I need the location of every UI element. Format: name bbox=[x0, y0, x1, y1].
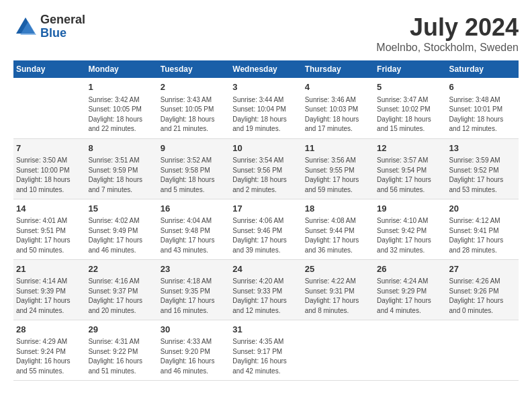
weekday-header-thursday: Thursday bbox=[302, 60, 374, 78]
day-number: 24 bbox=[232, 263, 299, 276]
day-info: Sunrise: 3:52 AM Sunset: 9:58 PM Dayligh… bbox=[161, 156, 227, 195]
day-info: Sunrise: 3:56 AM Sunset: 9:55 PM Dayligh… bbox=[305, 156, 371, 195]
day-number: 26 bbox=[377, 263, 443, 276]
day-number: 18 bbox=[305, 202, 371, 216]
day-info: Sunrise: 4:02 AM Sunset: 9:49 PM Dayligh… bbox=[88, 216, 154, 255]
calendar-cell: 25Sunrise: 4:22 AM Sunset: 9:31 PM Dayli… bbox=[302, 259, 374, 320]
logo: General Blue bbox=[13, 13, 85, 40]
calendar-table: SundayMondayTuesdayWednesdayThursdayFrid… bbox=[13, 60, 519, 381]
day-number: 27 bbox=[449, 263, 516, 276]
day-number: 3 bbox=[232, 81, 299, 94]
day-info: Sunrise: 3:46 AM Sunset: 10:03 PM Daylig… bbox=[305, 95, 371, 134]
week-row-2: 7Sunrise: 3:50 AM Sunset: 10:00 PM Dayli… bbox=[13, 138, 519, 199]
day-info: Sunrise: 4:06 AM Sunset: 9:46 PM Dayligh… bbox=[232, 216, 299, 255]
day-info: Sunrise: 3:43 AM Sunset: 10:05 PM Daylig… bbox=[161, 95, 227, 134]
day-number: 9 bbox=[161, 142, 227, 155]
day-number: 7 bbox=[16, 142, 83, 155]
calendar-cell: 8Sunrise: 3:51 AM Sunset: 9:59 PM Daylig… bbox=[85, 138, 157, 199]
page-header: General Blue July 2024 Moelnbo, Stockhol… bbox=[13, 13, 519, 54]
weekday-header-wednesday: Wednesday bbox=[230, 60, 302, 78]
calendar-cell: 31Sunrise: 4:35 AM Sunset: 9:17 PM Dayli… bbox=[230, 320, 302, 380]
calendar-cell: 29Sunrise: 4:31 AM Sunset: 9:22 PM Dayli… bbox=[85, 320, 157, 380]
day-info: Sunrise: 3:54 AM Sunset: 9:56 PM Dayligh… bbox=[232, 156, 299, 195]
logo-blue: Blue bbox=[40, 26, 66, 40]
day-number: 20 bbox=[449, 202, 516, 216]
calendar-cell: 16Sunrise: 4:04 AM Sunset: 9:48 PM Dayli… bbox=[158, 199, 230, 259]
day-number: 21 bbox=[16, 263, 83, 276]
weekday-header-friday: Friday bbox=[374, 60, 446, 78]
weekday-header-row: SundayMondayTuesdayWednesdayThursdayFrid… bbox=[13, 60, 519, 78]
calendar-cell: 1Sunrise: 3:42 AM Sunset: 10:05 PM Dayli… bbox=[85, 78, 157, 138]
week-row-4: 21Sunrise: 4:14 AM Sunset: 9:39 PM Dayli… bbox=[13, 259, 519, 320]
calendar-cell: 9Sunrise: 3:52 AM Sunset: 9:58 PM Daylig… bbox=[158, 138, 230, 199]
day-number: 19 bbox=[377, 202, 443, 216]
calendar-cell: 11Sunrise: 3:56 AM Sunset: 9:55 PM Dayli… bbox=[302, 138, 374, 199]
day-number: 22 bbox=[88, 263, 154, 276]
day-number: 8 bbox=[88, 142, 154, 155]
day-info: Sunrise: 4:18 AM Sunset: 9:35 PM Dayligh… bbox=[161, 277, 227, 316]
calendar-cell: 10Sunrise: 3:54 AM Sunset: 9:56 PM Dayli… bbox=[230, 138, 302, 199]
calendar-cell: 14Sunrise: 4:01 AM Sunset: 9:51 PM Dayli… bbox=[13, 199, 85, 259]
calendar-cell: 17Sunrise: 4:06 AM Sunset: 9:46 PM Dayli… bbox=[230, 199, 302, 259]
day-number: 17 bbox=[232, 202, 299, 216]
month-title: July 2024 bbox=[376, 13, 519, 42]
calendar-cell: 22Sunrise: 4:16 AM Sunset: 9:37 PM Dayli… bbox=[85, 259, 157, 320]
day-number: 30 bbox=[161, 323, 227, 336]
day-info: Sunrise: 4:16 AM Sunset: 9:37 PM Dayligh… bbox=[88, 277, 154, 316]
day-info: Sunrise: 4:29 AM Sunset: 9:24 PM Dayligh… bbox=[16, 337, 83, 376]
day-number: 12 bbox=[377, 142, 443, 155]
day-info: Sunrise: 4:12 AM Sunset: 9:41 PM Dayligh… bbox=[449, 216, 516, 255]
day-info: Sunrise: 4:24 AM Sunset: 9:29 PM Dayligh… bbox=[377, 277, 443, 316]
calendar-cell: 6Sunrise: 3:48 AM Sunset: 10:01 PM Dayli… bbox=[447, 78, 519, 138]
location: Moelnbo, Stockholm, Sweden bbox=[376, 42, 519, 54]
day-info: Sunrise: 3:47 AM Sunset: 10:02 PM Daylig… bbox=[377, 95, 443, 134]
day-number: 5 bbox=[377, 81, 443, 94]
calendar-cell bbox=[374, 320, 446, 380]
calendar-cell: 27Sunrise: 4:26 AM Sunset: 9:26 PM Dayli… bbox=[447, 259, 519, 320]
calendar-cell: 4Sunrise: 3:46 AM Sunset: 10:03 PM Dayli… bbox=[302, 78, 374, 138]
day-info: Sunrise: 4:31 AM Sunset: 9:22 PM Dayligh… bbox=[88, 337, 154, 376]
day-number: 6 bbox=[449, 81, 516, 94]
day-number: 31 bbox=[232, 323, 299, 336]
day-info: Sunrise: 4:04 AM Sunset: 9:48 PM Dayligh… bbox=[161, 216, 227, 255]
day-info: Sunrise: 4:22 AM Sunset: 9:31 PM Dayligh… bbox=[305, 277, 371, 316]
day-info: Sunrise: 4:35 AM Sunset: 9:17 PM Dayligh… bbox=[232, 337, 299, 376]
logo-text: General Blue bbox=[40, 13, 85, 40]
day-number: 2 bbox=[161, 81, 227, 94]
day-number: 16 bbox=[161, 202, 227, 216]
calendar-cell: 21Sunrise: 4:14 AM Sunset: 9:39 PM Dayli… bbox=[13, 259, 85, 320]
calendar-cell: 5Sunrise: 3:47 AM Sunset: 10:02 PM Dayli… bbox=[374, 78, 446, 138]
day-number: 29 bbox=[88, 323, 154, 336]
calendar-cell: 23Sunrise: 4:18 AM Sunset: 9:35 PM Dayli… bbox=[158, 259, 230, 320]
week-row-5: 28Sunrise: 4:29 AM Sunset: 9:24 PM Dayli… bbox=[13, 320, 519, 380]
day-number: 13 bbox=[449, 142, 516, 155]
day-info: Sunrise: 3:50 AM Sunset: 10:00 PM Daylig… bbox=[16, 156, 83, 195]
calendar-cell bbox=[13, 78, 85, 138]
calendar-cell bbox=[302, 320, 374, 380]
calendar-cell: 18Sunrise: 4:08 AM Sunset: 9:44 PM Dayli… bbox=[302, 199, 374, 259]
day-info: Sunrise: 3:51 AM Sunset: 9:59 PM Dayligh… bbox=[88, 156, 154, 195]
day-number: 15 bbox=[88, 202, 154, 216]
day-number: 11 bbox=[305, 142, 371, 155]
day-info: Sunrise: 3:59 AM Sunset: 9:52 PM Dayligh… bbox=[449, 156, 516, 195]
weekday-header-tuesday: Tuesday bbox=[158, 60, 230, 78]
day-info: Sunrise: 3:48 AM Sunset: 10:01 PM Daylig… bbox=[449, 95, 516, 134]
day-info: Sunrise: 4:01 AM Sunset: 9:51 PM Dayligh… bbox=[16, 216, 83, 255]
weekday-header-saturday: Saturday bbox=[447, 60, 519, 78]
title-block: July 2024 Moelnbo, Stockholm, Sweden bbox=[376, 13, 519, 54]
day-info: Sunrise: 3:44 AM Sunset: 10:04 PM Daylig… bbox=[232, 95, 299, 134]
calendar-cell: 12Sunrise: 3:57 AM Sunset: 9:54 PM Dayli… bbox=[374, 138, 446, 199]
calendar-cell: 24Sunrise: 4:20 AM Sunset: 9:33 PM Dayli… bbox=[230, 259, 302, 320]
calendar-cell: 3Sunrise: 3:44 AM Sunset: 10:04 PM Dayli… bbox=[230, 78, 302, 138]
calendar-cell: 26Sunrise: 4:24 AM Sunset: 9:29 PM Dayli… bbox=[374, 259, 446, 320]
calendar-cell: 7Sunrise: 3:50 AM Sunset: 10:00 PM Dayli… bbox=[13, 138, 85, 199]
day-info: Sunrise: 4:14 AM Sunset: 9:39 PM Dayligh… bbox=[16, 277, 83, 316]
day-info: Sunrise: 4:10 AM Sunset: 9:42 PM Dayligh… bbox=[377, 216, 443, 255]
day-info: Sunrise: 4:08 AM Sunset: 9:44 PM Dayligh… bbox=[305, 216, 371, 255]
logo-general: General bbox=[40, 13, 85, 26]
weekday-header-monday: Monday bbox=[85, 60, 157, 78]
day-info: Sunrise: 3:42 AM Sunset: 10:05 PM Daylig… bbox=[88, 95, 154, 134]
day-info: Sunrise: 4:26 AM Sunset: 9:26 PM Dayligh… bbox=[449, 277, 516, 316]
calendar-cell: 28Sunrise: 4:29 AM Sunset: 9:24 PM Dayli… bbox=[13, 320, 85, 380]
day-number: 10 bbox=[232, 142, 299, 155]
